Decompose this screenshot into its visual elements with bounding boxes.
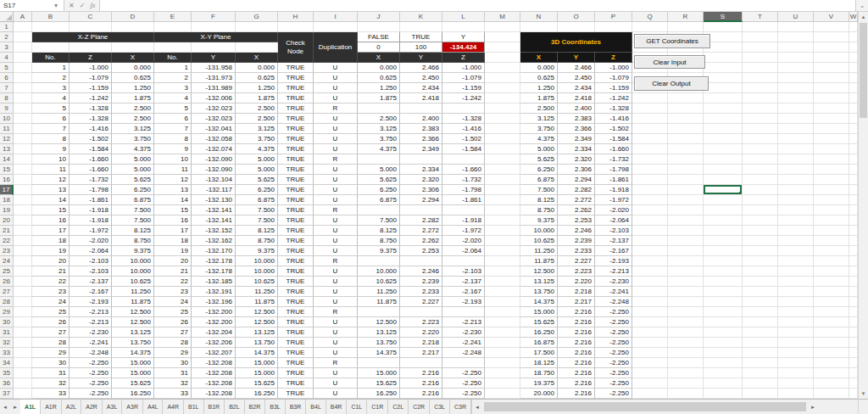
get-coordinates-button[interactable]: GET Coordinates	[634, 34, 710, 48]
cell[interactable]	[814, 266, 849, 277]
cell[interactable]: -132.130	[192, 195, 236, 205]
cell[interactable]	[778, 297, 814, 307]
cell[interactable]	[743, 307, 778, 317]
cell[interactable]	[814, 358, 849, 368]
cell[interactable]	[814, 317, 849, 327]
cell[interactable]	[632, 195, 668, 205]
cell[interactable]: TRUE	[278, 226, 314, 236]
cell[interactable]	[704, 277, 743, 287]
cell[interactable]: -132.178	[192, 266, 236, 277]
col-header-F[interactable]: F	[192, 12, 236, 22]
sheet-tab-A2L[interactable]: A2L	[62, 400, 81, 414]
cell[interactable]: -1.159	[442, 83, 485, 93]
cell[interactable]	[485, 215, 520, 226]
cell[interactable]: 10.000	[236, 266, 278, 277]
cell[interactable]	[632, 165, 668, 175]
cell[interactable]: TRUE	[278, 256, 314, 266]
cell[interactable]: 2.366	[400, 134, 442, 144]
row-header-7[interactable]: 7	[0, 83, 14, 93]
sheet-tab-B4L[interactable]: B4L	[306, 400, 326, 414]
row-header-28[interactable]: 28	[0, 297, 14, 307]
cell[interactable]	[668, 287, 704, 297]
cell[interactable]: 6.250	[112, 185, 154, 195]
cell[interactable]: -1.502	[595, 124, 632, 134]
cell[interactable]	[849, 42, 858, 53]
formula-bar-expand-icon[interactable]: ⌄	[855, 0, 868, 11]
cell[interactable]: 9.375	[358, 246, 400, 256]
cell[interactable]: 15.625	[358, 378, 400, 389]
cell[interactable]	[704, 165, 743, 175]
cell[interactable]	[668, 165, 704, 175]
cell[interactable]: 16.250	[112, 389, 154, 399]
cell[interactable]	[668, 256, 704, 266]
cell[interactable]: U	[314, 266, 358, 277]
cell[interactable]: -2.167	[442, 287, 485, 297]
cell[interactable]: U	[314, 389, 358, 399]
cell[interactable]: TRUE	[278, 195, 314, 205]
cell[interactable]	[849, 277, 858, 287]
cell[interactable]: U	[314, 165, 358, 175]
cell[interactable]: -1.328	[595, 104, 632, 114]
cell[interactable]: -2.250	[442, 368, 485, 378]
row-header-2[interactable]: 2	[0, 32, 14, 42]
row-header-35[interactable]: 35	[0, 368, 14, 378]
cell[interactable]: 2.349	[558, 134, 595, 144]
cell[interactable]: 1	[154, 63, 192, 73]
cell[interactable]: 19	[154, 246, 192, 256]
cell[interactable]	[743, 327, 778, 338]
col-header-T[interactable]: T	[743, 12, 778, 22]
cell[interactable]	[704, 246, 743, 256]
cell[interactable]	[632, 205, 668, 215]
cell[interactable]: 4.375	[358, 144, 400, 154]
cell[interactable]: U	[314, 114, 358, 124]
cell[interactable]	[778, 63, 814, 73]
cell[interactable]: 20.000	[520, 389, 558, 399]
col-header-Q[interactable]: Q	[632, 12, 668, 22]
cell[interactable]: 5	[154, 104, 192, 114]
row-header-36[interactable]: 36	[0, 378, 14, 389]
cell[interactable]: -132.185	[192, 277, 236, 287]
cell[interactable]	[814, 195, 849, 205]
cell[interactable]	[400, 154, 442, 165]
cell[interactable]	[778, 22, 814, 32]
cell[interactable]: -2.213	[70, 307, 112, 317]
cell[interactable]: -132.152	[192, 226, 236, 236]
cell[interactable]: -2.250	[595, 317, 632, 327]
cell[interactable]	[32, 22, 70, 32]
row-header-14[interactable]: 14	[0, 154, 14, 165]
cell[interactable]	[704, 327, 743, 338]
cell[interactable]: 9.375	[112, 246, 154, 256]
cell[interactable]	[278, 22, 314, 32]
cell[interactable]: -1.660	[595, 144, 632, 154]
cell[interactable]	[704, 93, 743, 104]
cell[interactable]: TRUE	[278, 124, 314, 134]
cell[interactable]	[849, 22, 858, 32]
cell[interactable]	[704, 22, 743, 32]
cell[interactable]	[849, 154, 858, 165]
cell[interactable]	[778, 165, 814, 175]
cell[interactable]: 1.875	[358, 93, 400, 104]
cell[interactable]: 2.253	[558, 215, 595, 226]
cell[interactable]: U	[314, 124, 358, 134]
cell[interactable]: -1.242	[595, 93, 632, 104]
cell[interactable]	[485, 297, 520, 307]
cell[interactable]	[778, 215, 814, 226]
cell[interactable]	[704, 73, 743, 83]
cell[interactable]	[849, 389, 858, 399]
xy-col-header[interactable]: X	[236, 53, 278, 63]
cell[interactable]: 25	[32, 307, 70, 317]
cell[interactable]	[485, 63, 520, 73]
tab-nav-right-icon[interactable]: ►	[10, 400, 20, 414]
cell[interactable]: TRUE	[278, 348, 314, 358]
cell[interactable]	[849, 378, 858, 389]
row-header-11[interactable]: 11	[0, 124, 14, 134]
cell[interactable]: 2.349	[400, 144, 442, 154]
col-header-S[interactable]: S	[704, 12, 743, 22]
cell[interactable]	[814, 63, 849, 73]
cell[interactable]: 2.500	[112, 114, 154, 124]
cell[interactable]: -2.167	[595, 246, 632, 256]
cell[interactable]	[14, 53, 32, 63]
cell[interactable]	[668, 348, 704, 358]
cell[interactable]	[668, 205, 704, 215]
cell[interactable]: 12	[154, 175, 192, 185]
